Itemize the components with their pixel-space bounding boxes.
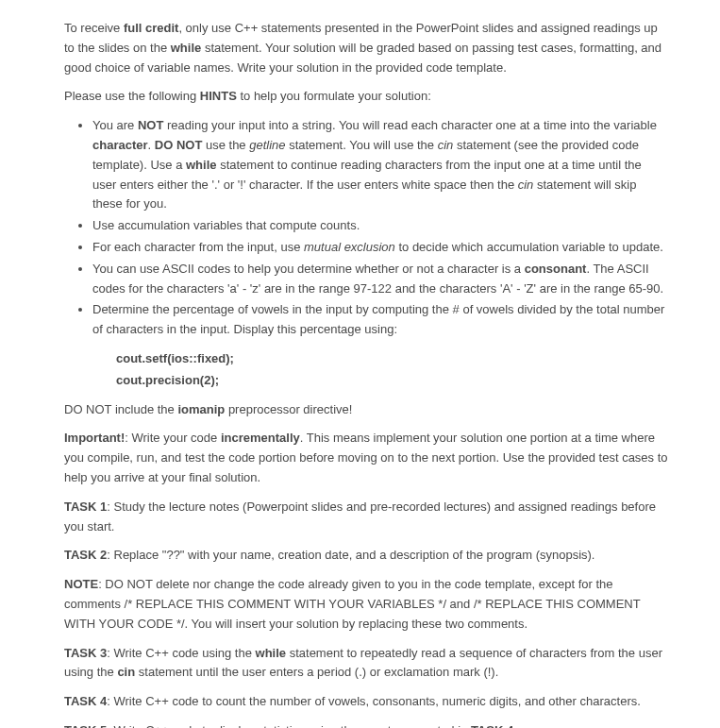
task-3: TASK 3: Write C++ code using the while s…: [64, 644, 668, 684]
task-label: TASK 4: [64, 694, 107, 708]
task-label: TASK 2: [64, 548, 107, 562]
text: : Write your code: [125, 431, 221, 445]
italic-text: mutual exclusion: [304, 240, 395, 254]
bold-text: DO NOT: [155, 138, 203, 152]
iomanip-warning: DO NOT include the iomanip preprocessor …: [64, 400, 668, 420]
bold-text: HINTS: [200, 89, 237, 103]
bold-text: character: [92, 138, 148, 152]
hint-item: Use accumulation variables that compute …: [92, 216, 668, 236]
bold-text: iomanip: [177, 402, 225, 416]
text: You can use ASCII codes to help you dete…: [92, 262, 525, 276]
text: : Write C++ code to display statistics u…: [107, 723, 471, 728]
text: : Write C++ code to count the number of …: [107, 694, 641, 708]
note-label: NOTE: [64, 577, 98, 591]
text: .: [513, 723, 517, 728]
hints-list: You are NOT reading your input into a st…: [64, 116, 668, 340]
text: use the: [202, 138, 249, 152]
task-label: TASK 5: [64, 723, 107, 728]
text: : Write C++ code using the: [107, 646, 255, 660]
bold-text: TASK 4: [471, 723, 513, 728]
text: Use accumulation variables that compute …: [92, 218, 360, 232]
bold-text: while: [256, 646, 287, 660]
code-line: cout.setf(ios::fixed);: [116, 349, 668, 369]
task-2: TASK 2: Replace "??" with your name, cre…: [64, 546, 668, 566]
text: You are: [92, 118, 138, 132]
bold-text: Important!: [64, 431, 125, 445]
code-snippet: cout.setf(ios::fixed); cout.precision(2)…: [116, 349, 668, 391]
bold-text: cin: [117, 665, 135, 679]
hint-item: For each character from the input, use m…: [92, 238, 668, 258]
hint-item: You are NOT reading your input into a st…: [92, 116, 668, 214]
text: Determine the percentage of vowels in th…: [92, 302, 664, 336]
text: : Study the lecture notes (Powerpoint sl…: [64, 499, 656, 533]
document-content: To receive full credit, only use C++ sta…: [0, 0, 720, 728]
text: .: [148, 138, 155, 152]
text: To receive: [64, 21, 124, 35]
hint-item: Determine the percentage of vowels in th…: [92, 300, 668, 340]
task-label: TASK 3: [64, 646, 107, 660]
text: : Replace "??" with your name, creation …: [107, 548, 594, 562]
bold-text: NOT: [138, 118, 163, 132]
task-label: TASK 1: [64, 499, 107, 514]
important-note: Important!: Write your code incrementall…: [64, 429, 668, 487]
hint-item: You can use ASCII codes to help you dete…: [92, 260, 668, 299]
task-1: TASK 1: Study the lecture notes (Powerpo…: [64, 498, 668, 537]
text: : DO NOT delete nor change the code alre…: [64, 577, 640, 631]
text: reading your input into a string. You wi…: [163, 118, 656, 132]
code-line: cout.precision(2);: [116, 371, 668, 391]
italic-text: cin: [438, 138, 454, 152]
task-4: TASK 4: Write C++ code to count the numb…: [64, 692, 668, 712]
bold-text: while: [186, 158, 217, 172]
text: DO NOT include the: [64, 402, 177, 416]
note-block: NOTE: DO NOT delete nor change the code …: [64, 575, 668, 634]
hints-intro: Please use the following HINTS to help y…: [64, 87, 668, 107]
bold-text: consonant: [525, 262, 587, 276]
bold-text: incrementally: [221, 431, 300, 445]
text: For each character from the input, use: [92, 240, 304, 254]
italic-text: getline: [249, 138, 285, 152]
text: statement until the user enters a period…: [135, 665, 498, 679]
intro-paragraph: To receive full credit, only use C++ sta…: [64, 19, 668, 77]
text: statement. You will use the: [286, 138, 438, 152]
text: to help you formulate your solution:: [237, 89, 431, 103]
text: Please use the following: [64, 89, 200, 103]
italic-text: cin: [518, 178, 534, 192]
bold-text: full credit: [124, 21, 179, 35]
task-5: TASK 5: Write C++ code to display statis…: [64, 721, 668, 728]
bold-text: while: [171, 41, 202, 55]
text: preprocessor directive!: [225, 402, 352, 416]
text: to decide which accumulation variable to…: [395, 240, 663, 254]
